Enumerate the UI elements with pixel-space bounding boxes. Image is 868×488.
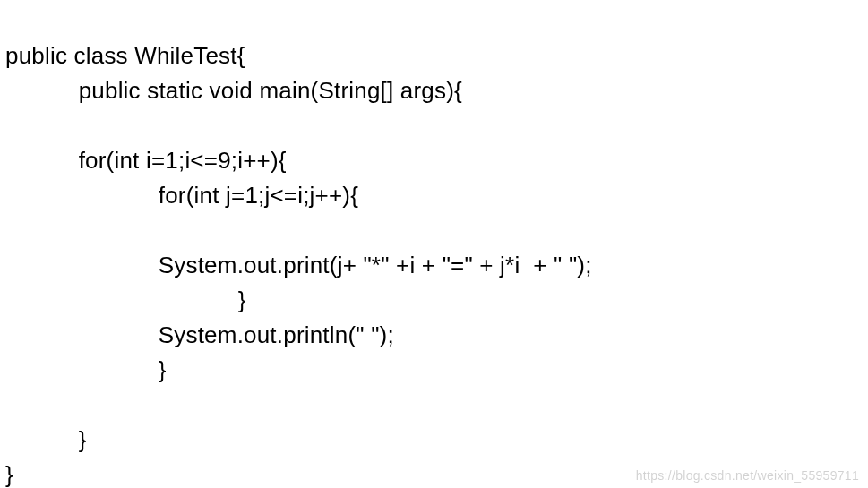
code-line: } <box>5 461 13 488</box>
code-line: } <box>5 426 87 453</box>
code-line: System.out.println(" "); <box>5 321 394 348</box>
code-line: System.out.print(j+ "*" +i + "=" + j*i +… <box>5 252 592 278</box>
code-line: } <box>5 356 167 383</box>
code-line: public static void main(String[] args){ <box>5 77 462 104</box>
watermark-text: https://blog.csdn.net/weixin_55959711 <box>636 468 859 483</box>
code-line: } <box>5 287 246 313</box>
code-line: for(int i=1;i<=9;i++){ <box>5 147 287 174</box>
code-line: public class WhileTest{ <box>5 42 245 69</box>
code-line: for(int j=1;j<=i;j++){ <box>5 182 358 209</box>
code-block: public class WhileTest{ public static vo… <box>0 0 868 488</box>
